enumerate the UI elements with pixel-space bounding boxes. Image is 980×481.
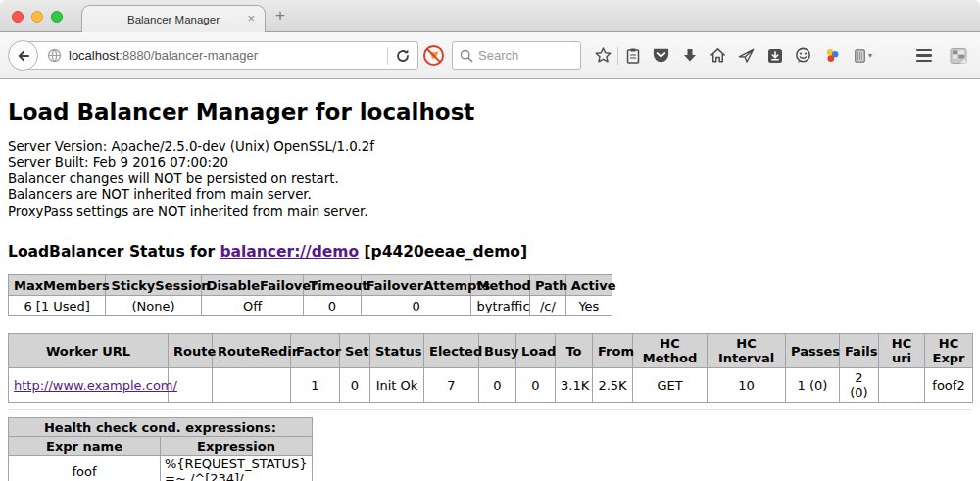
hamburger-icon bbox=[916, 49, 932, 63]
table: Health check cond. expressions:Expr name… bbox=[8, 417, 313, 481]
back-arrow-icon bbox=[16, 48, 31, 64]
table-row: 6 [1 Used](None)Off00bytraffic/c/Yes bbox=[9, 296, 612, 316]
close-window-button[interactable] bbox=[12, 11, 24, 23]
back-button[interactable] bbox=[8, 40, 38, 71]
column-header: FailoverAttempts bbox=[361, 275, 471, 296]
column-header: HC Interval bbox=[708, 334, 786, 368]
table-cell: Yes bbox=[565, 296, 612, 316]
table-cell: GET bbox=[633, 368, 708, 403]
reload-button[interactable] bbox=[388, 42, 417, 69]
info-line: Balancer changes will NOT be persisted o… bbox=[8, 171, 972, 187]
column-header: StickySession bbox=[106, 275, 201, 296]
status-heading-prefix: LoadBalancer Status for bbox=[8, 243, 220, 261]
minimize-window-button[interactable] bbox=[31, 11, 43, 23]
header-row: Expr nameExpression bbox=[9, 437, 313, 456]
search-bar[interactable] bbox=[452, 41, 581, 70]
downloads-button[interactable] bbox=[675, 41, 704, 71]
download-manager-button[interactable] bbox=[760, 41, 789, 71]
column-header: Passes bbox=[786, 334, 840, 368]
tab-grid-icon bbox=[949, 46, 968, 66]
balancer-demo-link[interactable]: balancer://demo bbox=[220, 243, 359, 261]
table-row: http://www.example.com/10Init Ok7003.1K2… bbox=[9, 368, 973, 403]
column-header: Route bbox=[169, 334, 213, 368]
table-cell: 2 (0) bbox=[840, 368, 879, 403]
table-cell: foof bbox=[9, 456, 161, 481]
send-tab-button[interactable] bbox=[732, 41, 760, 71]
download-arrow-icon bbox=[681, 47, 699, 65]
column-header: Factor bbox=[291, 334, 340, 368]
chevron-down-icon[interactable]: ▾ bbox=[868, 51, 880, 60]
column-header: Status bbox=[370, 334, 424, 368]
search-input[interactable] bbox=[478, 48, 573, 63]
menu-button[interactable] bbox=[909, 41, 938, 71]
table-cell: 2.5K bbox=[593, 368, 633, 403]
browser-window: Balancer Manager × + localhost:8880/bala… bbox=[0, 0, 980, 481]
column-header: Path bbox=[529, 275, 565, 296]
paper-plane-icon bbox=[737, 46, 756, 65]
address-bar[interactable]: localhost:8880/balancer-manager bbox=[23, 41, 418, 70]
column-header: HC Method bbox=[633, 334, 708, 368]
tab-balancer-manager[interactable]: Balancer Manager × bbox=[81, 5, 266, 32]
zoom-window-button[interactable] bbox=[51, 11, 63, 23]
new-tab-button[interactable]: + bbox=[275, 6, 285, 25]
status-heading-suffix: [p4420eeae_demo] bbox=[359, 243, 527, 261]
page-title: Load Balancer Manager for localhost bbox=[8, 99, 972, 124]
table-cell bbox=[213, 368, 291, 403]
pocket-button[interactable] bbox=[647, 41, 675, 71]
home-icon bbox=[709, 46, 727, 65]
table-title: Health check cond. expressions: bbox=[9, 418, 313, 437]
color-dots-extension-button[interactable] bbox=[817, 41, 846, 71]
close-tab-icon[interactable]: × bbox=[247, 12, 255, 24]
table-cell: Init Ok bbox=[370, 368, 424, 403]
table-cell: 3.1K bbox=[556, 368, 593, 403]
navigation-toolbar: localhost:8880/balancer-manager bbox=[0, 32, 980, 79]
column-header: Timeout bbox=[304, 275, 361, 296]
pocket-icon bbox=[652, 46, 670, 65]
column-header: DisableFailover bbox=[201, 275, 304, 296]
table-cell: Off bbox=[201, 296, 304, 316]
table-cell: foof2 bbox=[925, 368, 973, 403]
flash-block-extension-button[interactable] bbox=[418, 44, 448, 67]
column-header: HC Expr bbox=[925, 334, 973, 368]
toolbar-actions: ▾ bbox=[589, 41, 880, 71]
table-cell: 1 (0) bbox=[786, 368, 840, 403]
column-header: Expression bbox=[161, 437, 313, 456]
url-domain: localhost bbox=[69, 48, 119, 63]
table-cell: 0 bbox=[340, 368, 370, 403]
column-header: Worker URL bbox=[9, 334, 169, 368]
column-header: Method bbox=[471, 275, 529, 296]
table-row: foof%{REQUEST_STATUS} =~ /^[234]/ bbox=[9, 456, 313, 481]
health-check-table: Health check cond. expressions:Expr name… bbox=[8, 417, 972, 481]
separator bbox=[8, 409, 972, 410]
table-cell: bytraffic bbox=[471, 296, 529, 316]
titlebar: Balancer Manager × + bbox=[0, 0, 980, 32]
bookmark-star-button[interactable] bbox=[589, 41, 617, 71]
table-cell: http://www.example.com/ bbox=[9, 368, 169, 403]
column-header: MaxMembers bbox=[9, 275, 106, 296]
table-cell: (None) bbox=[106, 296, 201, 316]
window-controls bbox=[12, 11, 63, 23]
info-line: ProxyPass settings are NOT inherited fro… bbox=[8, 204, 972, 219]
worker-url-link[interactable]: http://www.example.com/ bbox=[14, 378, 177, 393]
clipboard-button[interactable] bbox=[618, 41, 647, 71]
info-line: Server Built: Feb 9 2016 07:00:20 bbox=[8, 155, 972, 170]
feedback-smiley-button[interactable] bbox=[789, 41, 817, 71]
smiley-icon bbox=[794, 46, 812, 65]
tab-groups-button[interactable] bbox=[944, 41, 972, 71]
home-button[interactable] bbox=[704, 41, 732, 71]
globe-icon bbox=[47, 48, 62, 63]
column-header: Load bbox=[516, 334, 556, 368]
table-cell: 10 bbox=[708, 368, 786, 403]
flash-block-icon bbox=[422, 44, 445, 67]
color-dots-icon bbox=[822, 46, 842, 66]
column-header: HC uri bbox=[879, 334, 925, 368]
balancer-settings-table: MaxMembersStickySessionDisableFailoverTi… bbox=[8, 274, 972, 316]
container-icon bbox=[852, 47, 868, 65]
server-info: Server Version: Apache/2.5.0-dev (Unix) … bbox=[8, 139, 972, 219]
star-icon bbox=[594, 46, 612, 65]
worker-status-table: Worker URLRouteRouteRedirFactorSetStatus… bbox=[8, 333, 972, 403]
table: MaxMembersStickySessionDisableFailoverTi… bbox=[8, 274, 612, 316]
column-header: Active bbox=[565, 275, 612, 296]
table-cell bbox=[879, 368, 925, 403]
table-cell: 0 bbox=[361, 296, 471, 316]
